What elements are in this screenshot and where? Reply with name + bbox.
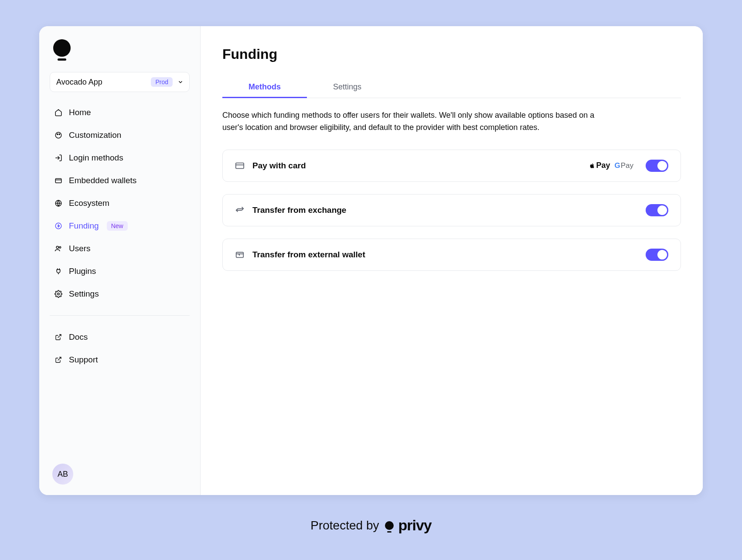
svg-line-11 [58, 335, 61, 338]
method-right [646, 204, 668, 216]
avatar-initials: AB [58, 470, 68, 479]
method-pay-with-card: Pay with card Pay G Pay [222, 150, 681, 182]
footer-logo-icon [385, 521, 394, 530]
users-icon [54, 244, 63, 253]
sidebar-item-home[interactable]: Home [50, 103, 190, 122]
palette-icon [54, 131, 63, 140]
svg-rect-4 [55, 179, 61, 183]
new-badge: New [107, 221, 128, 231]
footer: Protected by privy [39, 495, 703, 534]
gear-icon [54, 290, 63, 298]
pay-logos: Pay G Pay [589, 161, 633, 170]
sidebar-item-login-methods[interactable]: Login methods [50, 149, 190, 167]
sidebar-item-label: Support [69, 355, 98, 365]
nav-primary: Home Customization Login methods Embedde… [50, 103, 190, 303]
svg-point-0 [55, 132, 61, 138]
google-pay-icon: G Pay [614, 161, 633, 170]
svg-point-10 [58, 293, 60, 295]
logo-dash-icon [58, 58, 66, 61]
svg-point-1 [57, 134, 58, 135]
apple-pay-icon: Pay [589, 161, 610, 170]
sidebar-item-settings[interactable]: Settings [50, 285, 190, 303]
wallet-transfer-icon [235, 250, 245, 260]
page-title: Funding [222, 46, 681, 62]
toggle-transfer-wallet[interactable] [646, 249, 668, 261]
method-transfer-exchange: Transfer from exchange [222, 194, 681, 226]
chevron-down-icon [177, 79, 184, 85]
footer-logo: privy [385, 517, 431, 534]
page-description: Choose which funding methods to offer us… [222, 109, 615, 134]
sidebar-item-label: Settings [69, 289, 99, 299]
app-selector-right: Prod [151, 77, 184, 87]
toggle-pay-with-card[interactable] [646, 160, 668, 172]
plug-icon [54, 267, 63, 276]
external-link-icon [54, 333, 63, 341]
sidebar-item-support[interactable]: Support [50, 351, 190, 369]
app-selector[interactable]: Avocado App Prod [50, 72, 190, 92]
sidebar: Avocado App Prod Home Customization [39, 26, 201, 495]
sidebar-item-label: Home [69, 108, 91, 117]
sidebar-item-label: Plugins [69, 266, 96, 276]
tab-label: Methods [248, 82, 281, 91]
tab-methods[interactable]: Methods [222, 77, 307, 98]
main-content: Funding Methods Settings Choose which fu… [201, 26, 703, 495]
external-link-icon [54, 355, 63, 364]
sidebar-item-label: Embedded wallets [69, 176, 136, 185]
transfer-icon [235, 205, 245, 215]
sidebar-item-funding[interactable]: Funding New [50, 217, 190, 235]
tab-label: Settings [333, 82, 361, 91]
svg-point-9 [59, 246, 61, 248]
wallet-icon [54, 176, 63, 185]
method-left: Transfer from exchange [235, 205, 346, 215]
logo [53, 39, 190, 61]
sidebar-item-users[interactable]: Users [50, 239, 190, 258]
logo-circle-icon [53, 39, 71, 57]
sidebar-item-customization[interactable]: Customization [50, 126, 190, 144]
app-name: Avocado App [56, 78, 102, 87]
method-left: Pay with card [235, 161, 306, 171]
app-window: Avocado App Prod Home Customization [39, 26, 703, 495]
card-icon [235, 161, 245, 171]
sidebar-item-label: Docs [69, 332, 88, 342]
sidebar-item-label: Customization [69, 130, 121, 140]
sidebar-item-docs[interactable]: Docs [50, 328, 190, 346]
avatar[interactable]: AB [52, 464, 73, 485]
method-left: Transfer from external wallet [235, 250, 365, 260]
globe-icon [54, 199, 63, 208]
svg-rect-15 [236, 252, 244, 257]
sidebar-item-label: Ecosystem [69, 198, 109, 208]
svg-point-2 [59, 134, 60, 135]
sidebar-item-label: Login methods [69, 153, 123, 163]
tab-settings[interactable]: Settings [307, 77, 388, 98]
sidebar-item-label: Funding [69, 221, 99, 231]
svg-point-8 [56, 246, 58, 248]
method-title: Pay with card [252, 161, 306, 171]
apple-pay-label: Pay [596, 161, 610, 170]
login-icon [54, 154, 63, 162]
funding-icon [54, 222, 63, 230]
gpay-rest: Pay [621, 161, 633, 170]
gpay-g: G [614, 161, 620, 170]
method-title: Transfer from exchange [252, 205, 346, 215]
method-title: Transfer from external wallet [252, 250, 365, 260]
sidebar-item-embedded-wallets[interactable]: Embedded wallets [50, 171, 190, 190]
nav-secondary: Docs Support [50, 328, 190, 369]
method-right: Pay G Pay [589, 160, 668, 172]
tabs: Methods Settings [222, 77, 681, 98]
method-right [646, 249, 668, 261]
footer-brand: privy [398, 517, 431, 534]
home-icon [54, 108, 63, 117]
env-badge: Prod [151, 77, 173, 87]
sidebar-item-ecosystem[interactable]: Ecosystem [50, 194, 190, 212]
toggle-transfer-exchange[interactable] [646, 204, 668, 216]
footer-text: Protected by [310, 519, 379, 533]
sidebar-item-plugins[interactable]: Plugins [50, 262, 190, 280]
svg-rect-13 [236, 163, 244, 168]
sidebar-item-label: Users [69, 244, 91, 253]
svg-line-12 [58, 357, 61, 360]
method-transfer-wallet: Transfer from external wallet [222, 239, 681, 271]
sidebar-divider [50, 315, 190, 316]
